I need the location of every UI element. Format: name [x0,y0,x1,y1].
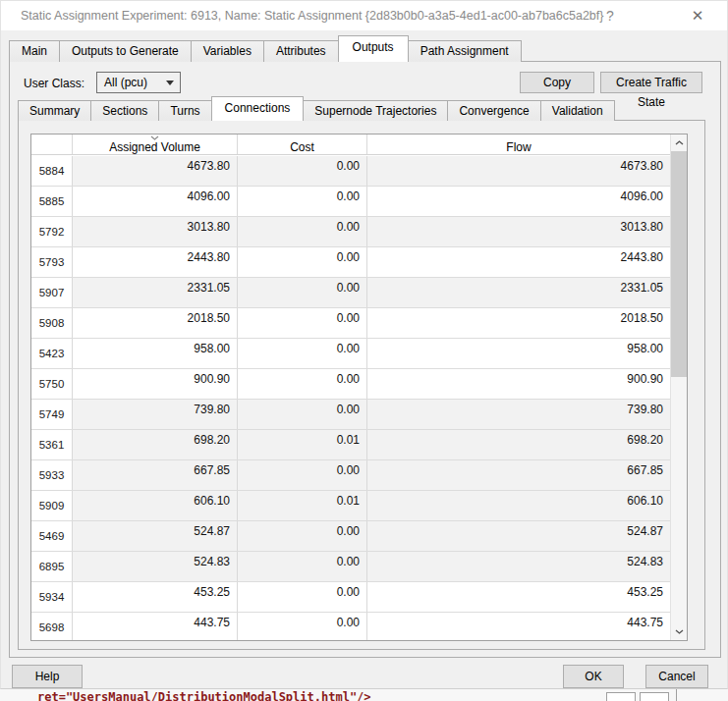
cost-cell[interactable]: 0.00 [238,217,367,246]
subtab-supernode-trajectories[interactable]: Supernode Trajectories [303,100,448,121]
subtab-sections[interactable]: Sections [90,100,159,121]
vertical-scrollbar[interactable] [670,135,687,640]
subtab-turns[interactable]: Turns [158,100,211,121]
assigned-volume-cell[interactable]: 606.10 [73,491,238,520]
assigned-volume-cell[interactable]: 958.00 [73,339,238,368]
flow-cell[interactable]: 900.90 [367,369,670,399]
assigned-volume-cell[interactable]: 739.80 [73,400,238,429]
cost-cell[interactable]: 0.00 [238,278,367,307]
row-header-cell[interactable]: 5908 [31,308,73,338]
cost-cell[interactable]: 0.00 [238,339,367,368]
flow-cell[interactable]: 443.75 [367,613,670,641]
row-header-cell[interactable]: 5933 [31,460,73,490]
flow-cell[interactable]: 4673.80 [367,156,670,186]
flow-cell[interactable]: 606.10 [367,491,670,520]
flow-cell[interactable]: 739.80 [367,400,670,429]
assigned-volume-cell[interactable]: 698.20 [73,430,238,459]
row-header-cell[interactable]: 5749 [31,400,73,429]
row-header-cell[interactable]: 5884 [31,156,73,186]
row-header-cell[interactable]: 5907 [31,278,73,307]
background-window-fragment [676,689,677,701]
assigned-volume-cell[interactable]: 4096.00 [73,187,238,216]
assigned-volume-cell[interactable]: 2331.05 [73,278,238,307]
cost-cell[interactable]: 0.00 [238,247,367,277]
scroll-down-icon[interactable] [671,623,687,640]
cost-cell[interactable]: 0.00 [238,369,367,399]
flow-cell[interactable]: 453.25 [367,582,670,612]
close-icon[interactable]: ✕ [681,5,714,27]
flow-cell[interactable]: 2018.50 [367,308,670,338]
column-header-flow[interactable]: Flow [367,135,670,154]
subtab-validation[interactable]: Validation [540,100,615,121]
table-row: 5423958.000.00958.00 [31,339,670,369]
assigned-volume-cell[interactable]: 900.90 [73,369,238,399]
tab-attributes[interactable]: Attributes [263,40,339,62]
copy-button[interactable]: Copy [520,72,594,93]
cost-cell[interactable]: 0.00 [238,613,367,641]
row-header-cell[interactable]: 5423 [31,339,73,368]
flow-cell[interactable]: 4096.00 [367,187,670,216]
cost-cell[interactable]: 0.01 [238,491,367,520]
row-header-cell[interactable]: 5750 [31,369,73,399]
background-code-text: ret="UsersManual/DistributionModalSplit.… [37,690,371,701]
row-header-cell[interactable]: 5793 [31,247,73,277]
table-row: 59082018.500.002018.50 [31,308,670,339]
cost-cell[interactable]: 0.00 [238,400,367,429]
subtab-connections[interactable]: Connections [211,96,305,121]
cost-cell[interactable]: 0.01 [238,430,367,459]
table-row: 5909606.100.01606.10 [31,491,670,521]
row-header-cell[interactable]: 5469 [31,521,73,551]
scrollbar-thumb[interactable] [671,151,687,377]
flow-cell[interactable]: 958.00 [367,339,670,368]
subtab-summary[interactable]: Summary [18,100,91,121]
subtab-convergence[interactable]: Convergence [447,100,540,121]
cost-cell[interactable]: 0.00 [238,582,367,612]
row-header-cell[interactable]: 5909 [31,491,73,520]
table-row: 5933667.850.00667.85 [31,460,670,491]
connections-table: Assigned Volume Cost Flow 58844673.800.0… [30,134,688,641]
flow-cell[interactable]: 667.85 [367,460,670,490]
flow-cell[interactable]: 524.83 [367,552,670,581]
assigned-volume-cell[interactable]: 4673.80 [73,156,238,186]
row-header-cell[interactable]: 5792 [31,217,73,246]
user-class-dropdown[interactable]: All (pcu) [96,72,181,93]
row-header-cell[interactable]: 5885 [31,187,73,216]
tab-outputs[interactable]: Outputs [338,35,409,62]
row-header-cell[interactable]: 5361 [31,430,73,459]
assigned-volume-cell[interactable]: 524.87 [73,521,238,551]
tab-variables[interactable]: Variables [191,40,264,62]
create-traffic-state-button[interactable]: Create Traffic State [600,72,702,93]
column-header-cost[interactable]: Cost [238,135,367,154]
titlebar-help-icon[interactable]: ? [596,6,624,26]
cost-cell[interactable]: 0.00 [238,187,367,216]
table-row: 5750900.900.00900.90 [31,369,670,400]
assigned-volume-cell[interactable]: 2018.50 [73,308,238,338]
cost-cell[interactable]: 0.00 [238,308,367,338]
assigned-volume-cell[interactable]: 2443.80 [73,247,238,277]
assigned-volume-cell[interactable]: 524.83 [73,552,238,581]
cost-cell[interactable]: 0.00 [238,552,367,581]
assigned-volume-cell[interactable]: 453.25 [73,582,238,612]
flow-cell[interactable]: 524.87 [367,521,670,551]
assigned-volume-cell[interactable]: 3013.80 [73,217,238,246]
row-header-cell[interactable]: 6895 [31,552,73,581]
flow-cell[interactable]: 2443.80 [367,247,670,277]
flow-cell[interactable]: 2331.05 [367,278,670,307]
assigned-volume-cell[interactable]: 667.85 [73,460,238,490]
tab-main[interactable]: Main [9,40,60,62]
tab-path-assignment[interactable]: Path Assignment [408,40,522,62]
cost-cell[interactable]: 0.00 [238,521,367,551]
help-button[interactable]: Help [12,665,83,688]
assigned-volume-cell[interactable]: 443.75 [73,613,238,641]
row-header-cell[interactable]: 5698 [31,613,73,641]
row-header-cell[interactable]: 5934 [31,582,73,612]
cost-cell[interactable]: 0.00 [238,460,367,490]
ok-button[interactable]: OK [563,665,624,688]
scroll-up-icon[interactable] [671,135,687,151]
tab-outputs-to-generate[interactable]: Outputs to Generate [59,40,192,62]
cost-cell[interactable]: 0.00 [238,156,367,186]
flow-cell[interactable]: 698.20 [367,430,670,459]
cancel-button[interactable]: Cancel [645,665,708,688]
column-header-assigned-volume[interactable]: Assigned Volume [73,135,238,154]
flow-cell[interactable]: 3013.80 [367,217,670,246]
